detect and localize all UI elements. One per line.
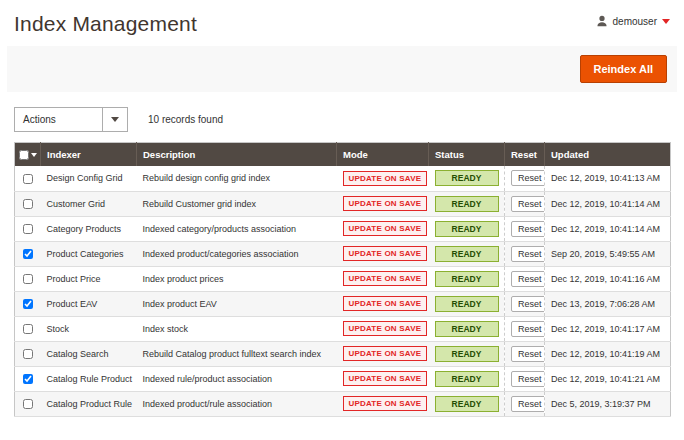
indexer-name: Product EAV: [41, 291, 137, 316]
grid-controls: Actions 10 records found: [14, 107, 670, 132]
chevron-down-icon: [111, 117, 119, 122]
chevron-down-icon: [662, 19, 670, 24]
indexer-description: Indexed product/rule association: [137, 391, 337, 416]
chevron-down-icon: [31, 153, 37, 157]
mode-badge: UPDATE ON SAVE: [343, 296, 428, 311]
row-checkbox[interactable]: [23, 374, 33, 384]
indexer-description: Index stock: [137, 316, 337, 341]
mode-badge: UPDATE ON SAVE: [343, 171, 428, 186]
indexer-description: Indexed category/products association: [137, 216, 337, 241]
table-row: Design Config Grid Rebuild design config…: [15, 166, 671, 191]
status-badge: READY: [435, 246, 499, 262]
indexer-description: Indexed product/categories association: [137, 241, 337, 266]
reset-button[interactable]: Reset: [511, 221, 545, 237]
updated-timestamp: Dec 5, 2019, 3:19:37 PM: [545, 391, 671, 416]
page: Index Management demouser Reindex All Ac…: [0, 0, 684, 417]
indexer-name: Stock: [41, 316, 137, 341]
table-row: Catalog Product Rule Indexed product/rul…: [15, 391, 671, 416]
reset-button[interactable]: Reset: [511, 196, 545, 212]
mode-badge: UPDATE ON SAVE: [343, 221, 428, 236]
updated-timestamp: Sep 20, 2019, 5:49:55 AM: [545, 241, 671, 266]
index-table-body: Design Config Grid Rebuild design config…: [15, 166, 671, 416]
indexer-name: Design Config Grid: [41, 166, 137, 191]
column-header-mode[interactable]: Mode: [337, 143, 429, 167]
reset-button[interactable]: Reset: [511, 346, 545, 362]
reset-button[interactable]: Reset: [511, 296, 545, 312]
column-header-updated[interactable]: Updated: [545, 143, 671, 167]
indexer-name: Category Products: [41, 216, 137, 241]
reindex-all-button[interactable]: Reindex All: [580, 55, 668, 83]
updated-timestamp: Dec 12, 2019, 10:41:17 AM: [545, 316, 671, 341]
status-badge: READY: [435, 271, 499, 287]
page-title: Index Management: [14, 12, 197, 36]
updated-timestamp: Dec 13, 2019, 7:06:28 AM: [545, 291, 671, 316]
indexer-description: Rebuild design config grid index: [137, 166, 337, 191]
table-row: Stock Index stock UPDATE ON SAVE READY R…: [15, 316, 671, 341]
user-menu[interactable]: demouser: [596, 15, 670, 27]
select-all-checkbox[interactable]: [19, 150, 29, 160]
select-all-header[interactable]: [15, 143, 41, 167]
status-badge: READY: [435, 371, 499, 387]
row-checkbox[interactable]: [23, 174, 33, 184]
row-checkbox[interactable]: [23, 274, 33, 284]
mode-badge: UPDATE ON SAVE: [343, 371, 428, 386]
row-checkbox[interactable]: [23, 324, 33, 334]
status-badge: READY: [435, 396, 499, 412]
indexer-description: Rebuild Customer grid index: [137, 191, 337, 216]
status-badge: READY: [435, 321, 499, 337]
status-badge: READY: [435, 170, 499, 186]
indexer-name: Catalog Search: [41, 341, 137, 366]
mode-badge: UPDATE ON SAVE: [343, 346, 428, 361]
user-name: demouser: [613, 16, 657, 27]
table-row: Product EAV Index product EAV UPDATE ON …: [15, 291, 671, 316]
row-checkbox[interactable]: [23, 249, 33, 259]
table-row: Customer Grid Rebuild Customer grid inde…: [15, 191, 671, 216]
reset-button[interactable]: Reset: [511, 371, 545, 387]
updated-timestamp: Dec 12, 2019, 10:41:14 AM: [545, 191, 671, 216]
reset-button[interactable]: Reset: [511, 396, 545, 412]
indexer-description: Indexed rule/product association: [137, 366, 337, 391]
updated-timestamp: Dec 12, 2019, 10:41:14 AM: [545, 216, 671, 241]
updated-timestamp: Dec 12, 2019, 10:41:21 AM: [545, 366, 671, 391]
actions-dropdown[interactable]: Actions: [14, 107, 128, 132]
indexer-name: Product Price: [41, 266, 137, 291]
indexer-description: Index product prices: [137, 266, 337, 291]
table-row: Category Products Indexed category/produ…: [15, 216, 671, 241]
updated-timestamp: Dec 12, 2019, 10:41:16 AM: [545, 266, 671, 291]
actions-dropdown-arrow[interactable]: [102, 108, 127, 131]
actions-dropdown-label: Actions: [15, 108, 102, 131]
table-row: Product Price Index product prices UPDAT…: [15, 266, 671, 291]
indexer-name: Customer Grid: [41, 191, 137, 216]
mode-badge: UPDATE ON SAVE: [343, 196, 428, 211]
index-table: Indexer Description Mode Status Reset Up…: [14, 142, 671, 417]
table-row: Product Categories Indexed product/categ…: [15, 241, 671, 266]
mode-badge: UPDATE ON SAVE: [343, 271, 428, 286]
column-header-reset: Reset: [505, 143, 545, 167]
records-count: 10 records found: [148, 114, 223, 125]
column-header-description[interactable]: Description: [137, 143, 337, 167]
row-checkbox[interactable]: [23, 299, 33, 309]
column-header-status[interactable]: Status: [429, 143, 505, 167]
action-bar: Reindex All: [7, 46, 677, 92]
table-row: Catalog Rule Product Indexed rule/produc…: [15, 366, 671, 391]
status-badge: READY: [435, 221, 499, 237]
row-checkbox[interactable]: [23, 349, 33, 359]
row-checkbox[interactable]: [23, 399, 33, 409]
indexer-description: Index product EAV: [137, 291, 337, 316]
reset-button[interactable]: Reset: [511, 246, 545, 262]
user-icon: [596, 15, 608, 27]
reset-button[interactable]: Reset: [511, 271, 545, 287]
row-checkbox[interactable]: [23, 199, 33, 209]
status-badge: READY: [435, 346, 499, 362]
table-header-row: Indexer Description Mode Status Reset Up…: [15, 143, 671, 167]
row-checkbox[interactable]: [23, 224, 33, 234]
status-badge: READY: [435, 296, 499, 312]
mode-badge: UPDATE ON SAVE: [343, 396, 428, 411]
reset-button[interactable]: Reset: [511, 170, 545, 186]
reset-button[interactable]: Reset: [511, 321, 545, 337]
mode-badge: UPDATE ON SAVE: [343, 321, 428, 336]
table-row: Catalog Search Rebuild Catalog product f…: [15, 341, 671, 366]
indexer-name: Catalog Product Rule: [41, 391, 137, 416]
column-header-indexer[interactable]: Indexer: [41, 143, 137, 167]
updated-timestamp: Dec 12, 2019, 10:41:19 AM: [545, 341, 671, 366]
